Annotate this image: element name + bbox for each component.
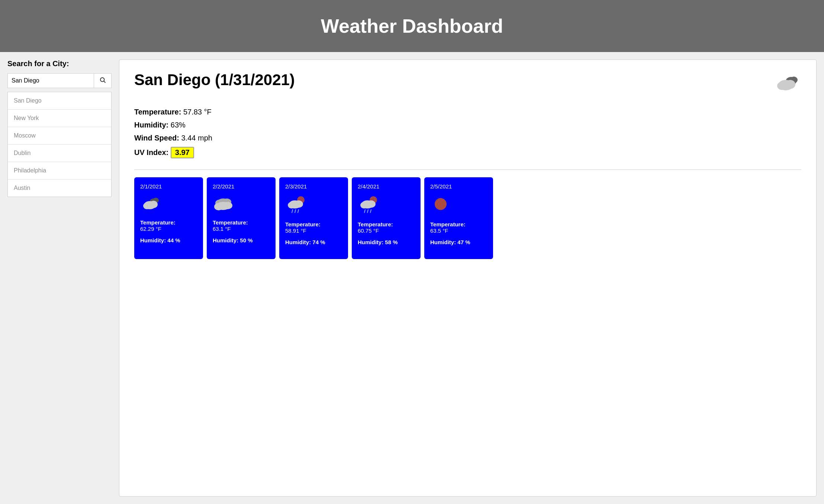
forecast-date: 2/3/2021 [285, 183, 342, 190]
svg-point-10 [143, 203, 151, 209]
forecast-section: 2/1/2021 Temperature: 62.29 °F Humidity:… [134, 169, 801, 259]
forecast-temp-value: 60.75 °F [358, 227, 379, 234]
svg-line-22 [292, 210, 293, 213]
main-layout: Search for a City: San DiegoNew YorkMosc… [0, 52, 824, 504]
temperature-row: Temperature: 57.83 °F [134, 108, 801, 116]
forecast-date: 2/5/2021 [430, 183, 487, 190]
city-list-item[interactable]: Philadelphia [8, 162, 111, 180]
wind-value: 3.44 mph [181, 134, 212, 142]
forecast-icon [358, 195, 415, 216]
city-list-item[interactable]: Moscow [8, 127, 111, 145]
forecast-humidity: Humidity: 58 % [358, 239, 415, 245]
forecast-temp-label: Temperature: 58.91 °F [285, 221, 342, 234]
weather-details: Temperature: 57.83 °F Humidity: 63% Wind… [134, 108, 801, 158]
search-button[interactable] [94, 73, 112, 88]
forecast-card: 2/1/2021 Temperature: 62.29 °F Humidity:… [134, 177, 203, 259]
forecast-date: 2/2/2021 [213, 183, 270, 190]
svg-point-16 [214, 203, 223, 210]
forecast-humidity: Humidity: 47 % [430, 239, 487, 245]
svg-point-11 [149, 201, 158, 208]
forecast-humidity: Humidity: 44 % [140, 237, 197, 243]
svg-point-32 [435, 198, 447, 210]
sidebar: Search for a City: San DiegoNew YorkMosc… [7, 59, 112, 497]
city-title: San Diego (1/31/2021) [134, 71, 295, 89]
humidity-value: 63% [171, 121, 186, 129]
temperature-label: Temperature: [134, 108, 181, 116]
forecast-cards: 2/1/2021 Temperature: 62.29 °F Humidity:… [134, 177, 801, 259]
humidity-row: Humidity: 63% [134, 121, 801, 129]
search-icon [99, 78, 106, 84]
search-row [7, 73, 112, 88]
forecast-temp-label: Temperature: 62.29 °F [140, 219, 197, 232]
svg-line-30 [367, 210, 368, 213]
forecast-icon [213, 195, 270, 214]
temperature-value: 57.83 °F [183, 108, 212, 116]
forecast-humidity: Humidity: 74 % [285, 239, 342, 245]
svg-point-0 [100, 78, 104, 82]
uv-label: UV Index: [134, 148, 168, 156]
city-list-item[interactable]: New York [8, 110, 111, 127]
forecast-temp-label: Temperature: 63.5 °F [430, 221, 487, 234]
current-weather-icon [772, 71, 801, 97]
forecast-date: 2/1/2021 [140, 183, 197, 190]
forecast-icon [285, 195, 342, 216]
city-list-item[interactable]: San Diego [8, 92, 111, 110]
search-label: Search for a City: [7, 59, 112, 68]
city-list-item[interactable]: Austin [8, 180, 111, 197]
svg-point-28 [367, 200, 376, 208]
forecast-temp-value: 63.5 °F [430, 227, 448, 234]
forecast-icon [430, 195, 487, 216]
humidity-label: Humidity: [134, 121, 168, 129]
svg-line-23 [295, 210, 296, 213]
forecast-card: 2/2/2021 Temperature: 63.1 °F Humidity: … [207, 177, 276, 259]
forecast-icon [140, 195, 197, 214]
uv-badge: 3.97 [171, 147, 194, 158]
forecast-card: 2/4/2021 Temperature: 60.75 °F Humidity:… [352, 177, 421, 259]
content-area: San Diego (1/31/2021) Temperature: 57.83… [119, 59, 817, 497]
forecast-temp-value: 62.29 °F [140, 226, 161, 232]
forecast-temp-value: 63.1 °F [213, 226, 231, 232]
forecast-temp-label: Temperature: 60.75 °F [358, 221, 415, 234]
svg-point-27 [360, 202, 368, 209]
header: Weather Dashboard [0, 0, 824, 52]
forecast-card: 2/5/2021 Temperature: 63.5 °F Humidity: … [424, 177, 493, 259]
city-list: San DiegoNew YorkMoscowDublinPhiladelphi… [7, 92, 112, 197]
svg-point-21 [294, 200, 303, 208]
forecast-date: 2/4/2021 [358, 183, 415, 190]
wind-row: Wind Speed: 3.44 mph [134, 134, 801, 142]
svg-line-31 [370, 210, 371, 213]
svg-line-1 [104, 81, 105, 83]
svg-line-29 [364, 210, 365, 213]
forecast-temp-value: 58.91 °F [285, 227, 306, 234]
page-title: Weather Dashboard [7, 15, 817, 37]
forecast-card: 2/3/2021 Temperature: 58.91 °F Humidity:… [279, 177, 348, 259]
uv-row: UV Index: 3.97 [134, 147, 801, 158]
svg-point-20 [288, 202, 295, 209]
city-list-item[interactable]: Dublin [8, 145, 111, 162]
wind-label: Wind Speed: [134, 134, 179, 142]
search-input[interactable] [7, 73, 94, 88]
current-weather-header: San Diego (1/31/2021) [134, 71, 801, 97]
svg-line-24 [298, 210, 299, 213]
forecast-temp-label: Temperature: 63.1 °F [213, 219, 270, 232]
svg-point-17 [223, 202, 232, 209]
forecast-humidity: Humidity: 50 % [213, 237, 270, 243]
svg-point-6 [785, 80, 795, 89]
